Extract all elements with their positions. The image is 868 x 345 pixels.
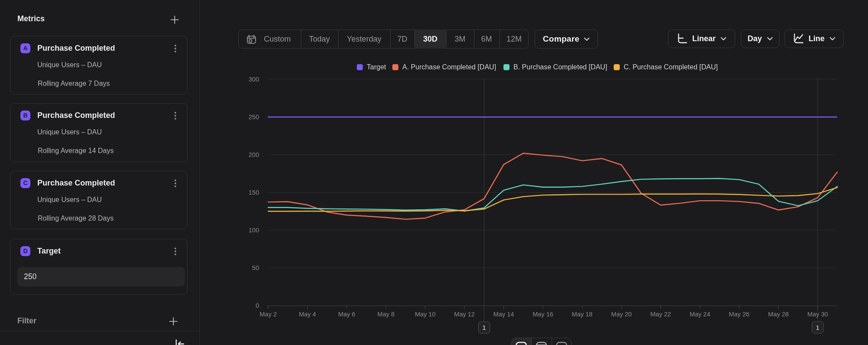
svg-text:May 22: May 22 <box>651 311 671 318</box>
svg-text:May 24: May 24 <box>690 311 710 318</box>
svg-text:100: 100 <box>249 227 259 234</box>
svg-text:May 14: May 14 <box>493 311 514 318</box>
svg-text:May 26: May 26 <box>729 311 750 318</box>
svg-text:0: 0 <box>256 302 259 309</box>
svg-text:May 20: May 20 <box>611 311 632 318</box>
svg-text:150: 150 <box>249 189 259 196</box>
svg-text:May 16: May 16 <box>533 311 553 318</box>
svg-text:300: 300 <box>249 76 259 83</box>
svg-text:May 30: May 30 <box>807 311 828 318</box>
svg-text:May 2: May 2 <box>260 311 277 318</box>
svg-text:May 28: May 28 <box>768 311 789 318</box>
svg-text:250: 250 <box>249 114 259 120</box>
svg-text:1: 1 <box>816 324 819 331</box>
svg-text:1: 1 <box>482 324 486 331</box>
svg-text:May 12: May 12 <box>454 311 475 318</box>
svg-text:May 8: May 8 <box>378 311 395 318</box>
svg-text:May 10: May 10 <box>415 311 436 318</box>
svg-text:May 6: May 6 <box>338 311 355 318</box>
svg-text:May 4: May 4 <box>299 311 316 318</box>
svg-text:May 18: May 18 <box>572 311 593 318</box>
svg-text:50: 50 <box>252 264 259 271</box>
svg-text:200: 200 <box>249 151 259 158</box>
